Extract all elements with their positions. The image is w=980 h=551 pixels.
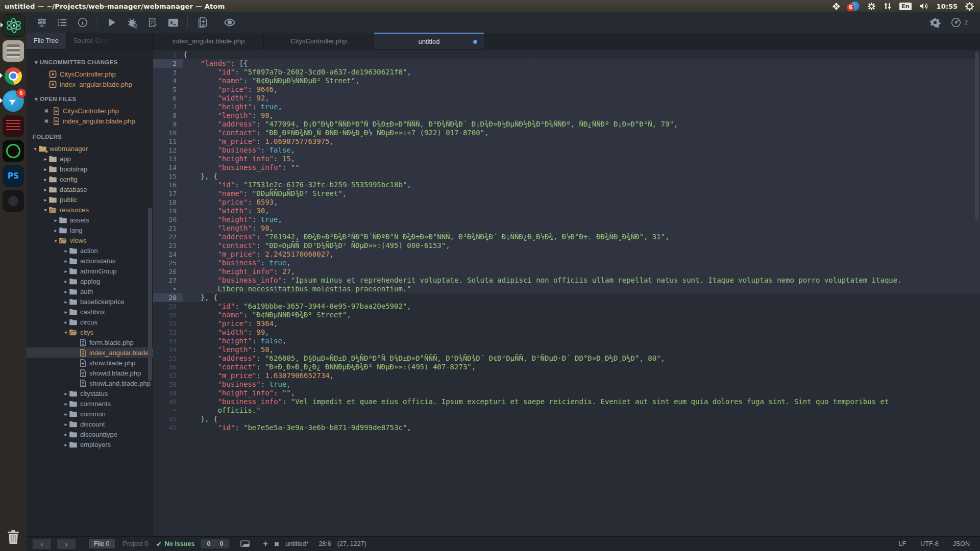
code-text[interactable]: "height": true,: [183, 103, 980, 111]
code-text[interactable]: "height": true,: [183, 215, 980, 224]
code-text[interactable]: "m_price": 1.0698757763975,: [183, 137, 980, 146]
plus-icon[interactable]: +: [263, 539, 267, 548]
code-text[interactable]: "length": 98,: [183, 224, 980, 233]
forward-button[interactable]: ›: [57, 539, 76, 549]
linter-counts[interactable]: 0 0: [201, 539, 229, 548]
trash-launcher-icon[interactable]: [3, 527, 24, 548]
tree-item-baseticketprice[interactable]: ▸baseticketprice: [27, 296, 153, 307]
code-text[interactable]: "address": "477094, Ð¡Ð°Ð¼Ð°ÑÑÐºÐ°Ñ Ð¾Ð±…: [183, 120, 980, 129]
tab-file-tree[interactable]: File Tree: [27, 33, 66, 49]
code-text[interactable]: "contact": "ÐÐ¸ÐºÑÐ¾ÑÐ¸Ñ ÐÑÐ·ÑÐ¼Ð¸Ð½ ÑÐµ…: [183, 129, 980, 137]
code-text[interactable]: "contact": "Ð¤Ð¸Ð»Ð¸Ð¿Ð¿ ÐÑÑÐµÐ¼Ð¾Ð² ÑÐµ…: [183, 363, 980, 371]
tab-index-angular[interactable]: index_angular.blade.php: [154, 33, 264, 49]
tree-item-cityscontroller-php[interactable]: ✖CitysController.php: [27, 106, 153, 116]
encoding-indicator[interactable]: UTF-8: [920, 540, 938, 547]
tree-item-common[interactable]: ▸common: [27, 409, 153, 419]
grammar-indicator[interactable]: JSON: [953, 540, 970, 547]
files-launcher-icon[interactable]: [3, 40, 24, 62]
tree-item-citys[interactable]: ▾citys: [27, 327, 153, 337]
tree-item-app[interactable]: ▸app: [27, 154, 153, 164]
preview-eye-button[interactable]: [219, 14, 240, 31]
scale-tool-button[interactable]: [32, 14, 52, 31]
tree-item-showland-blade-php[interactable]: showLand.blade.php: [27, 378, 153, 388]
code-text[interactable]: "price": 6593,: [183, 198, 980, 207]
tree-item-applog[interactable]: ▸applog: [27, 276, 153, 286]
tree-item-public[interactable]: ▸public: [27, 194, 153, 205]
tree-item-show-blade-php[interactable]: show.blade.php: [27, 358, 153, 368]
code-text[interactable]: }, {: [183, 172, 980, 181]
tab-source-control[interactable]: Source Cont: [66, 33, 110, 49]
code-text[interactable]: "width": 92,: [183, 94, 980, 103]
terminal-app-launcher-icon[interactable]: [3, 115, 24, 137]
tree-item-webmanager[interactable]: ▾★webmanager: [27, 143, 153, 154]
tree-item-comments[interactable]: ▸comments: [27, 398, 153, 409]
editor-pane[interactable]: 1{2 "lands": [{3 "id": "5f097a7b-2602-3c…: [153, 49, 980, 536]
tree-item-cashbox[interactable]: ▸cashbox: [27, 307, 153, 317]
file-diff-button[interactable]: [192, 14, 212, 31]
code-text[interactable]: "m_price": 2.2425170068027,: [183, 250, 980, 259]
back-button[interactable]: ‹: [33, 539, 51, 549]
atom-launcher-icon[interactable]: [3, 14, 25, 37]
volume-icon[interactable]: [919, 2, 929, 10]
code-text[interactable]: "lands": [{: [183, 59, 980, 68]
code-text[interactable]: "name": "Ð¢ÑÐµÑÑÐºÐ¾Ð² Street",: [183, 311, 980, 319]
tree-item-circus[interactable]: ▸circus: [27, 317, 153, 327]
code-text[interactable]: "price": 9364,: [183, 319, 980, 328]
tree-item-resources[interactable]: ▾resources: [27, 205, 153, 215]
tab-citys-controller[interactable]: CitysController.php: [264, 33, 374, 49]
code-text[interactable]: "length": 98,: [183, 111, 980, 120]
code-text[interactable]: "name": "ÐÐµÑÑÐµÑÐ¾Ð² Street",: [183, 189, 980, 198]
code-text[interactable]: "name": "Ð¢ÐµÑÐµÐ½ÑÑÐµÐ² Street",: [183, 77, 980, 85]
code-text[interactable]: "width": 30,: [183, 207, 980, 215]
code-text[interactable]: "business_info": "Vel impedit et quae ei…: [183, 397, 980, 406]
code-text[interactable]: "id": "6a19bbbe-3657-3944-8e95-97baa20e5…: [183, 302, 980, 311]
tree-item-views[interactable]: ▾views: [27, 235, 153, 245]
tree-item-admingroup[interactable]: ▸adminGroup: [27, 266, 153, 276]
code-text[interactable]: "business_info": "Ipsum minus et reprehe…: [183, 276, 980, 285]
tree-section-uncommitted-changes[interactable]: ▾UNCOMMITTED CHANGES: [27, 56, 153, 69]
tree-item-actionstatus[interactable]: ▸actionstatus: [27, 256, 153, 266]
code-text[interactable]: "address": "626805, Ð§ÐµÐ»ÑÐ±Ð¸Ð½ÑÐºÐ°Ñ …: [183, 354, 980, 363]
code-text[interactable]: "address": "761942, ÐÐ¾Ð»Ð³Ð¾Ð³ÑÐ°Ð´ÑÐºÐ…: [183, 233, 980, 241]
tree-item-index-angular-blade-php[interactable]: ✖index_angular.blade.php: [27, 116, 153, 126]
code-text[interactable]: "business_info": "": [183, 163, 980, 172]
tree-item-index-angular-blade-php[interactable]: index_angular.blade.php: [27, 79, 153, 89]
tree-item-assets[interactable]: ▸assets: [27, 215, 153, 225]
code-text[interactable]: {: [183, 51, 980, 59]
gear-icon[interactable]: [925, 14, 945, 31]
code-text[interactable]: "height": false,: [183, 337, 980, 345]
code-text[interactable]: "id": "5f097a7b-2602-3cd0-a637-de1963062…: [183, 68, 980, 77]
network-arrows-icon[interactable]: [884, 2, 892, 10]
busy-project-counter[interactable]: Project 0: [121, 539, 150, 548]
tree-item-form-blade-php[interactable]: form.blade.php: [27, 337, 153, 347]
code-text[interactable]: }, {: [183, 293, 980, 302]
run-button[interactable]: [102, 14, 122, 31]
code-text[interactable]: "height_info": 27,: [183, 267, 980, 276]
tree-item-lang[interactable]: ▸lang: [27, 225, 153, 235]
keyboard-layout-indicator[interactable]: En: [899, 3, 911, 10]
dropbox-icon[interactable]: [832, 2, 841, 11]
info-button[interactable]: [72, 14, 93, 31]
settings-asterisk-icon[interactable]: [867, 2, 876, 11]
code-text[interactable]: officiis.": [183, 406, 980, 415]
dark-app-launcher-icon[interactable]: [3, 190, 24, 212]
code-text[interactable]: "height_info": 15,: [183, 155, 980, 163]
code-text[interactable]: "price": 9646,: [183, 85, 980, 94]
tree-item-config[interactable]: ▸config: [27, 174, 153, 184]
tree-item-cityscontroller-php[interactable]: CitysController.php: [27, 69, 153, 79]
editor-scrollbar[interactable]: [975, 52, 979, 220]
line-ending-indicator[interactable]: LF: [899, 540, 906, 547]
code-text[interactable]: "business": true,: [183, 259, 980, 267]
lint-checklist-button[interactable]: [142, 14, 163, 31]
tree-item-discounttype[interactable]: ▸discounttype: [27, 429, 153, 439]
close-icon[interactable]: ✖: [43, 118, 50, 124]
terminal-panel-icon[interactable]: [240, 540, 250, 548]
code-text[interactable]: "width": 99,: [183, 328, 980, 337]
tree-item-employers[interactable]: ▸employers: [27, 439, 153, 449]
current-file-name[interactable]: untitled*: [285, 540, 308, 547]
tree-scrollbar[interactable]: [148, 208, 152, 381]
code-text[interactable]: "height_info": "",: [183, 389, 980, 397]
code-text[interactable]: "id": "17531e2c-6176-32fc-b259-5535995bc…: [183, 181, 980, 189]
tree-item-auth[interactable]: ▸auth: [27, 286, 153, 296]
photoshop-launcher-icon[interactable]: PS: [3, 165, 24, 187]
